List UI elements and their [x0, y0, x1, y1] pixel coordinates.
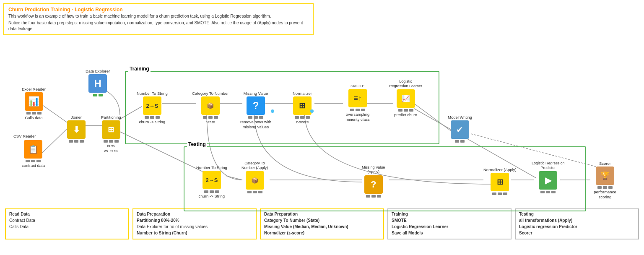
- cat-to-num-train-node[interactable]: Category To Number 📦 State: [192, 91, 229, 125]
- legend-box-4: Training SMOTE Logistic Regression Learn…: [387, 208, 512, 239]
- normalizer-apply-node[interactable]: Normalizer (Apply) ⊞: [483, 167, 517, 195]
- smote-top-label: SMOTE: [351, 83, 365, 88]
- num-to-str-test-node[interactable]: Number To String 2→S churn -> String: [196, 165, 227, 199]
- port: [93, 94, 97, 96]
- logistic-predictor-node[interactable]: Logistic Regression Predictor ▶: [532, 161, 565, 193]
- port: [356, 109, 360, 111]
- missing-val-train-node[interactable]: Missing Value ? remove rows with misisng…: [239, 91, 273, 129]
- header-desc1: This workflow is an example of how to tr…: [8, 13, 309, 19]
- port: [145, 116, 149, 119]
- logistic-learner-label: predict churn: [394, 112, 417, 117]
- port: [306, 116, 310, 119]
- header-desc2: Notice the four basic data prep steps: m…: [8, 20, 309, 32]
- partitioning-node[interactable]: Partitioning ⊞ 80% vs. 20%: [101, 115, 121, 153]
- port: [36, 160, 41, 162]
- missing-val-train-icon: ?: [247, 96, 265, 115]
- data-explorer-node[interactable]: Data Explorer H: [86, 69, 110, 96]
- normalizer-train-ports: [295, 116, 310, 119]
- num-to-str-test-ports: [204, 190, 219, 193]
- excel-reader-node[interactable]: Excel Reader 📊 Calls data: [22, 87, 46, 120]
- port: [377, 195, 381, 198]
- port: [551, 191, 556, 193]
- main-container: Churn Prediction Training - Logistic Reg…: [0, 0, 644, 255]
- smote-node[interactable]: SMOTE ≡↑ oversampling minority class: [341, 83, 374, 122]
- port: [104, 140, 108, 143]
- cat-to-num-train-ports: [203, 116, 218, 119]
- legend-5-body: all transformations (Apply) Logistic reg…: [519, 217, 635, 236]
- legend-3-item-3: Normalizer (z-score): [264, 230, 380, 236]
- port: [109, 140, 113, 143]
- port: [603, 186, 607, 189]
- port: [32, 112, 36, 114]
- legend-4-item-2: Logistic Regression Learner: [392, 224, 507, 230]
- port: [361, 109, 365, 111]
- header-title: Churn Prediction Training - Logistic Reg…: [8, 7, 309, 13]
- port: [503, 193, 507, 195]
- csv-reader-label: contract data: [22, 163, 45, 168]
- logistic-learner-ports: [398, 109, 413, 112]
- port: [540, 191, 545, 193]
- scorer-label: performance scoring: [588, 190, 622, 199]
- port: [546, 191, 550, 193]
- port: [74, 140, 78, 143]
- csv-reader-ports: [26, 160, 41, 162]
- model-writing-node[interactable]: Model Writing ✔: [448, 115, 472, 143]
- legend-2-item-3: Number to String (Churn): [137, 230, 252, 236]
- cat-to-num-apply-icon: 📦: [246, 171, 264, 190]
- data-explorer-icon: H: [88, 74, 107, 93]
- port: [492, 193, 496, 195]
- csv-reader-icon: 📋: [24, 140, 42, 159]
- model-writing-top-label: Model Writing: [448, 115, 472, 120]
- legend-5-item-2: Logistic regression Predictor: [519, 224, 635, 230]
- data-explorer-top-label: Data Explorer: [86, 69, 110, 73]
- legend-2-body: Partitioning 80%-20% Data Explorer for n…: [137, 217, 252, 236]
- port: [608, 186, 613, 189]
- partitioning-top-label: Partitioning: [101, 115, 121, 120]
- legend-4-item-3: Save all Models: [392, 230, 507, 236]
- logistic-learner-node[interactable]: Logistic Regression Learner 📈 predict ch…: [389, 79, 422, 117]
- port: [398, 109, 402, 112]
- legend-3-item-1: Category To Number (State): [264, 217, 380, 224]
- port: [498, 193, 502, 195]
- port: [455, 140, 459, 143]
- port: [254, 116, 258, 119]
- header-box: Churn Prediction Training - Logistic Reg…: [3, 3, 314, 35]
- csv-reader-title: CSV Reader: [13, 134, 36, 138]
- testing-label: Testing: [187, 141, 207, 147]
- num-to-str-train-ports: [145, 116, 160, 119]
- legend-3-item-2: Missing Value (Median, Median, Unknown): [264, 224, 380, 230]
- excel-reader-top-label: Excel Reader: [22, 87, 46, 91]
- excel-reader-ports: [26, 112, 42, 114]
- normalizer-train-node[interactable]: Normalizer ⊞ z-score: [293, 91, 312, 125]
- port: [371, 195, 376, 198]
- csv-reader-node[interactable]: 📋 contract data: [22, 140, 45, 168]
- model-writing-ports: [455, 140, 465, 143]
- port: [215, 190, 219, 193]
- missing-val-train-label: remove rows with misisng values: [239, 120, 273, 129]
- cat-to-num-apply-top-label: Category To Number (Apply): [242, 161, 268, 170]
- port: [37, 112, 42, 114]
- port: [214, 116, 218, 119]
- legend-3-title: Data Preparation: [264, 212, 380, 216]
- num-to-str-train-node[interactable]: Number To String 2→S churn -> String: [137, 91, 168, 125]
- joiner-node[interactable]: Joiner ⬇: [67, 115, 86, 143]
- port: [295, 116, 299, 119]
- num-to-str-test-top-label: Number To String: [196, 165, 227, 170]
- logistic-predictor-ports: [540, 191, 556, 193]
- legend-4-title: Training: [392, 212, 507, 216]
- normalizer-train-label: z-score: [296, 120, 309, 124]
- missing-val-train-top-label: Missing Value: [244, 91, 268, 96]
- port: [460, 140, 465, 143]
- legend-3-body: Category To Number (State) Missing Value…: [264, 217, 380, 236]
- cat-to-num-apply-node[interactable]: Category To Number (Apply) 📦: [242, 161, 268, 193]
- scorer-node[interactable]: Scorer 🏆 performance scoring: [588, 161, 622, 199]
- partitioning-label: 80% vs. 20%: [104, 143, 118, 153]
- port: [210, 190, 214, 193]
- missing-val-apply-node[interactable]: Missing Value (Apply) ?: [362, 165, 385, 198]
- num-to-str-test-icon: 2→S: [203, 171, 221, 189]
- logistic-predictor-top-label: Logistic Regression Predictor: [532, 161, 565, 170]
- port: [248, 116, 252, 119]
- legend-5-item-1: all transformations (Apply): [519, 217, 635, 224]
- cat-to-num-train-icon: 📦: [201, 96, 220, 115]
- scorer-ports: [597, 186, 613, 189]
